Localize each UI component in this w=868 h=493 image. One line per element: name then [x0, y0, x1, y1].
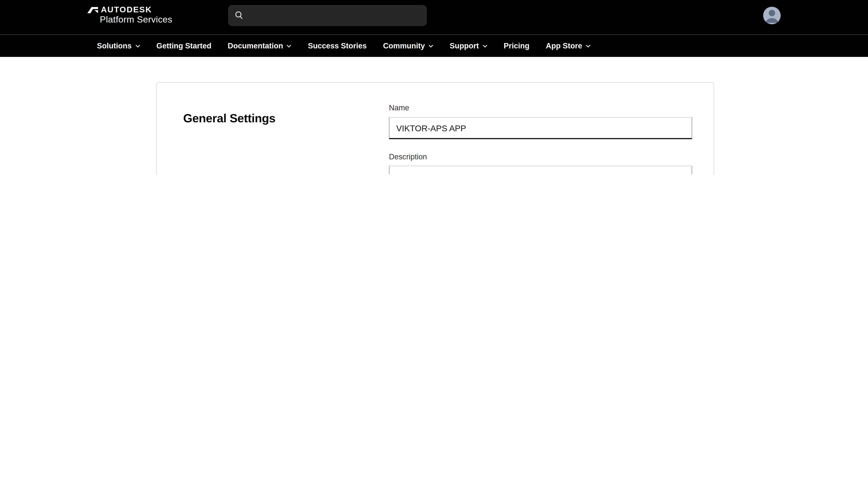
nav-label: Solutions — [97, 42, 132, 50]
nav-label: Success Stories — [308, 42, 367, 50]
nav-item-solutions[interactable]: Solutions — [97, 42, 140, 50]
search-bar[interactable] — [228, 5, 427, 26]
nav-item-community[interactable]: Community — [383, 42, 433, 50]
nav-label: Pricing — [504, 42, 529, 50]
description-textarea[interactable] — [389, 166, 692, 174]
nav-label: App Store — [546, 42, 582, 50]
nav-label: Support — [450, 42, 479, 50]
person-icon — [763, 7, 781, 24]
autodesk-mark-icon — [87, 6, 98, 13]
nav-label: Documentation — [227, 42, 283, 50]
chevron-down-icon — [135, 44, 140, 48]
main-nav: Solutions Getting Started Documentation … — [0, 35, 868, 57]
search-icon — [234, 11, 244, 20]
page: AUTODESK Platform Services S — [0, 0, 868, 174]
chevron-down-icon — [482, 44, 487, 48]
nav-item-pricing[interactable]: Pricing — [504, 42, 529, 50]
autodesk-logo[interactable]: AUTODESK Platform Services — [87, 6, 173, 24]
chevron-down-icon — [428, 44, 433, 48]
description-label: Description — [389, 153, 427, 161]
name-label: Name — [389, 104, 409, 112]
nav-item-documentation[interactable]: Documentation — [227, 42, 291, 50]
brand-name: AUTODESK — [101, 6, 152, 14]
user-avatar[interactable] — [763, 7, 781, 24]
nav-item-app-store[interactable]: App Store — [546, 42, 590, 50]
nav-label: Getting Started — [156, 42, 211, 50]
top-header: AUTODESK Platform Services — [0, 0, 868, 35]
search-input[interactable] — [244, 11, 415, 20]
brand-product: Platform Services — [100, 15, 172, 24]
nav-item-getting-started[interactable]: Getting Started — [156, 42, 211, 50]
chevron-down-icon — [586, 44, 590, 48]
nav-item-success-stories[interactable]: Success Stories — [308, 42, 367, 50]
nav-item-support[interactable]: Support — [450, 42, 487, 50]
page-title: General Settings — [183, 111, 276, 125]
chevron-down-icon — [286, 44, 291, 48]
name-input[interactable] — [389, 117, 692, 139]
nav-label: Community — [383, 42, 425, 50]
